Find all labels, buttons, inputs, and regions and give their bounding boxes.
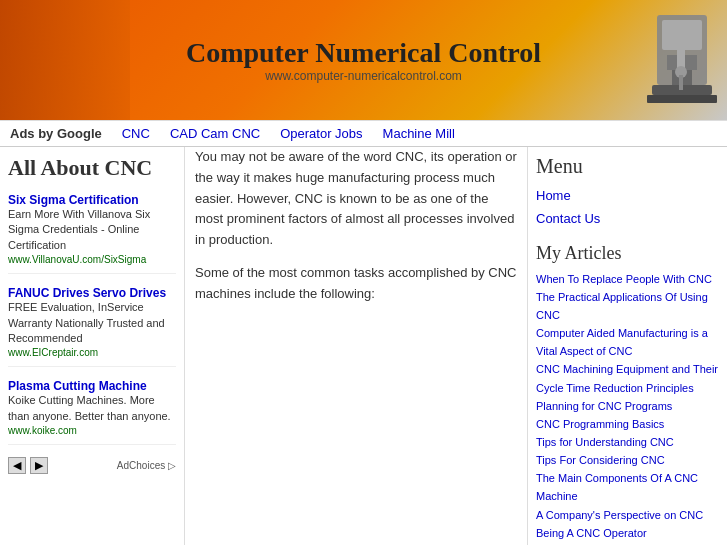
center-text: You may not be aware of the word CNC, it… — [185, 147, 527, 545]
menu-link-home[interactable]: Home — [536, 184, 719, 207]
article-link-5[interactable]: CNC Programming Basics — [536, 415, 719, 433]
right-sidebar: Menu Home Contact Us My Articles When To… — [527, 147, 727, 545]
article-link-8[interactable]: The Main Components Of A CNC Machine — [536, 469, 719, 505]
ad-desc-1: Earn More With Villanova Six Sigma Crede… — [8, 208, 150, 251]
ads-by-google-label: Ads by Google — [10, 126, 102, 141]
menu-link-contact[interactable]: Contact Us — [536, 207, 719, 230]
navbar: Ads by Google CNC CAD Cam CNC Operator J… — [0, 120, 727, 147]
article-link-9[interactable]: A Company's Perspective on CNC — [536, 506, 719, 524]
article-link-7[interactable]: Tips For Considering CNC — [536, 451, 719, 469]
site-subtitle: www.computer-numericalcontrol.com — [186, 69, 541, 83]
ad-controls: ◀ ▶ AdChoices ▷ — [8, 457, 176, 474]
ad-url-3: www.koike.com — [8, 425, 77, 436]
ad-next-button[interactable]: ▶ — [30, 457, 48, 474]
ad-title-1[interactable]: Six Sigma Certification — [8, 193, 176, 207]
ad-item-2: FANUC Drives Servo Drives FREE Evaluatio… — [8, 286, 176, 367]
ad-url-1: www.VillanovaU.com/SixSigma — [8, 254, 146, 265]
center-para-1: You may not be aware of the word CNC, it… — [195, 147, 517, 251]
center-right-row: You may not be aware of the word CNC, it… — [185, 147, 727, 545]
nav-cad-cam-cnc[interactable]: CAD Cam CNC — [170, 126, 260, 141]
article-link-10[interactable]: Being A CNC Operator — [536, 524, 719, 542]
ad-desc-2: FREE Evaluation, InService Warranty Nati… — [8, 301, 165, 344]
articles-links: When To Replace People With CNCThe Pract… — [536, 270, 719, 545]
article-link-6[interactable]: Tips for Understanding CNC — [536, 433, 719, 451]
nav-operator-jobs[interactable]: Operator Jobs — [280, 126, 362, 141]
svg-rect-8 — [679, 75, 683, 90]
svg-rect-6 — [677, 40, 685, 70]
header-machine-image — [597, 10, 717, 120]
nav-cnc[interactable]: CNC — [122, 126, 150, 141]
nav-machine-mill[interactable]: Machine Mill — [383, 126, 455, 141]
header-left-image — [0, 0, 130, 120]
page-title: All About CNC — [8, 155, 176, 181]
article-link-4[interactable]: Planning for CNC Programs — [536, 397, 719, 415]
article-link-3[interactable]: CNC Machining Equipment and Their Cycle … — [536, 360, 719, 396]
ad-choices-label: AdChoices ▷ — [117, 460, 176, 471]
ad-title-2[interactable]: FANUC Drives Servo Drives — [8, 286, 176, 300]
site-title: Computer Numerical Control — [186, 37, 541, 69]
ad-title-3[interactable]: Plasma Cutting Machine — [8, 379, 176, 393]
article-link-2[interactable]: Computer Aided Manufacturing is a Vital … — [536, 324, 719, 360]
main-content: All About CNC Six Sigma Certification Ea… — [0, 147, 727, 545]
ad-desc-3: Koike Cutting Machines. More than anyone… — [8, 394, 171, 421]
header-title-block: Computer Numerical Control www.computer-… — [186, 37, 541, 83]
center-para-2: Some of the most common tasks accomplish… — [195, 263, 517, 305]
article-link-0[interactable]: When To Replace People With CNC — [536, 270, 719, 288]
ad-item-3: Plasma Cutting Machine Koike Cutting Mac… — [8, 379, 176, 445]
article-link-1[interactable]: The Practical Applications Of Using CNC — [536, 288, 719, 324]
svg-rect-5 — [647, 95, 717, 103]
right-area: You may not be aware of the word CNC, it… — [185, 147, 727, 545]
menu-links: Home Contact Us — [536, 184, 719, 231]
menu-title: Menu — [536, 155, 719, 178]
ad-url-2: www.EICreptair.com — [8, 347, 98, 358]
articles-title: My Articles — [536, 243, 719, 264]
ad-column: All About CNC Six Sigma Certification Ea… — [0, 147, 185, 545]
ad-item-1: Six Sigma Certification Earn More With V… — [8, 193, 176, 274]
header: Computer Numerical Control www.computer-… — [0, 0, 727, 120]
ad-prev-button[interactable]: ◀ — [8, 457, 26, 474]
